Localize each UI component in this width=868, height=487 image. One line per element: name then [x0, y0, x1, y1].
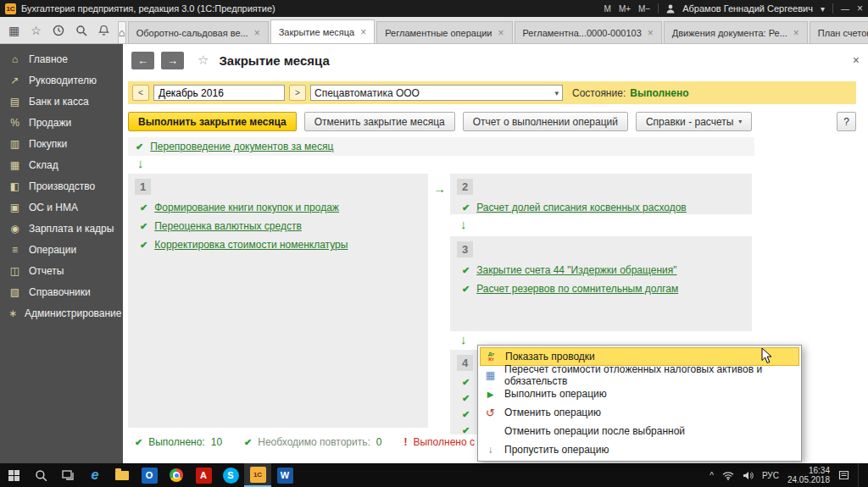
sales-icon: % [8, 117, 21, 129]
execute-operation-icon: ▶ [483, 390, 498, 399]
taskbar-app-outlook[interactable]: O [136, 463, 163, 487]
menu-item-cancel-following-operations[interactable]: Отменить операции после выбранной [480, 422, 799, 440]
organization-select[interactable]: Спецавтоматика ООО ▾ [310, 85, 563, 101]
taskbar-app-word[interactable]: W [271, 463, 298, 487]
network-icon[interactable] [722, 471, 734, 480]
tray-show-hidden-icons[interactable]: ^ [709, 471, 714, 480]
menu-item-cancel-operation[interactable]: ↺ Отменить операцию [480, 403, 799, 422]
tab-zakrytie-mesyaca[interactable]: Закрытие месяца × [270, 19, 376, 43]
tab-close-icon[interactable]: × [498, 27, 504, 39]
sidebar-item-operatsii[interactable]: ≡Операции [0, 239, 123, 260]
tab-reglamentnaya-operatsiya[interactable]: Регламентна...0000-000103 × [515, 21, 662, 43]
check-icon: ✔ [140, 202, 147, 213]
operation-row: ✔ Расчет долей списания косвенных расход… [462, 198, 742, 217]
close-form-icon[interactable]: × [853, 53, 860, 67]
cancel-operation-icon: ↺ [483, 407, 498, 419]
operations-report-button[interactable]: Отчет о выполнении операций [463, 112, 628, 131]
back-button[interactable]: ← [131, 52, 154, 69]
operation-link[interactable]: Формирование книги покупок и продаж [154, 202, 339, 213]
history-clock-icon[interactable] [53, 25, 64, 36]
tab-close-icon[interactable]: × [360, 26, 366, 38]
tab-close-icon[interactable]: × [648, 27, 654, 39]
chevron-down-icon: ▾ [738, 118, 742, 125]
volume-icon[interactable] [743, 471, 754, 480]
add-favorite-star-icon[interactable]: ☆ [198, 53, 209, 68]
calc-m-plus-button[interactable]: M+ [619, 4, 631, 14]
start-button[interactable] [0, 463, 27, 487]
sidebar-item-proizvodstvo[interactable]: ◧Производство [0, 175, 123, 196]
window-titlebar: 1С Бухгалтерия предприятия, редакция 3.0… [0, 0, 868, 17]
menu-item-execute-operation[interactable]: ▶ Выполнить операцию [480, 385, 799, 403]
language-indicator[interactable]: РУС [762, 471, 779, 480]
calc-references-button[interactable]: Справки - расчеты ▾ [636, 112, 752, 131]
taskbar-app-1c[interactable]: 1С [244, 463, 271, 487]
flow-arrow-down-icon: ↓ [460, 332, 467, 346]
operation-link[interactable]: Расчет резервов по сомнительным долгам [476, 283, 678, 295]
tab-oborotno-saldovaya[interactable]: Оборотно-сальдовая ве... × [128, 21, 269, 43]
repeat-label: Необходимо повторить: [258, 436, 370, 448]
home-tab[interactable]: ⌂ [118, 21, 126, 43]
sidebar-item-prodazhi[interactable]: %Продажи [0, 112, 123, 133]
reports-icon: ◫ [8, 265, 21, 277]
operation-link[interactable]: Корректировка стоимости номенклатуры [154, 239, 348, 251]
menu-item-skip-operation[interactable]: ↓ Пропустить операцию [480, 440, 799, 459]
group-number: 1 [135, 179, 151, 195]
tab-bar: ▦ ☆ ⌂ Оборотно-сальдовая ве... × Закрыти… [0, 17, 868, 44]
chart-up-icon: ↗ [8, 75, 21, 86]
current-user[interactable]: Абрамов Геннадий Сергеевич [682, 3, 813, 14]
sidebar-item-pokupki[interactable]: ▥Покупки [0, 133, 123, 154]
sidebar-item-sklad[interactable]: ▦Склад [0, 154, 123, 175]
task-view-button[interactable] [54, 463, 81, 487]
operation-link[interactable]: Переоценка валютных средств [154, 220, 302, 232]
reposting-link[interactable]: Перепроведение документов за месяц [150, 141, 333, 152]
notifications-bell-icon[interactable] [98, 25, 109, 36]
period-input[interactable] [153, 85, 285, 101]
taskbar-app-chrome[interactable] [163, 463, 190, 487]
close-window-button[interactable]: × [857, 3, 863, 14]
sidebar-item-administrirovanie[interactable]: ∗Администрирование [0, 302, 123, 324]
taskbar-app-acrobat[interactable]: A [190, 463, 217, 487]
next-month-button[interactable]: > [289, 85, 306, 101]
tab-close-icon[interactable]: × [254, 27, 260, 39]
calc-m-minus-button[interactable]: M− [638, 4, 650, 14]
tab-close-icon[interactable]: × [793, 27, 799, 39]
catalogs-icon: ▧ [8, 286, 21, 298]
recalc-icon: ▦ [483, 369, 498, 381]
sidebar-item-otchety[interactable]: ◫Отчеты [0, 260, 123, 281]
sidebar-item-rukovoditelyu[interactable]: ↗Руководителю [0, 69, 123, 91]
check-icon: ✔ [462, 284, 470, 295]
favorites-star-icon[interactable]: ☆ [31, 25, 42, 36]
forward-button[interactable]: → [161, 52, 184, 69]
operation-link[interactable]: Закрытие счета 44 "Издержки обращения" [476, 264, 676, 276]
tab-dvizheniya-dokumenta[interactable]: Движения документа: Ре... × [664, 21, 808, 43]
tab-reglamentnye-operatsii[interactable]: Регламентные операции × [376, 21, 512, 43]
sidebar-item-os-i-nma[interactable]: ▣ОС и НМА [0, 196, 123, 218]
sidebar-item-spravochniki[interactable]: ▧Справочники [0, 281, 123, 302]
menu-grid-icon[interactable]: ▦ [8, 25, 19, 36]
calc-m-button[interactable]: M [604, 4, 611, 14]
taskbar-time: 16:34 [787, 466, 830, 475]
operation-link[interactable]: Расчет долей списания косвенных расходов [476, 202, 687, 213]
taskbar-search-button[interactable] [27, 463, 54, 487]
notification-center-icon[interactable] [838, 470, 849, 480]
menu-item-recalc-deferred-tax[interactable]: ▦ Пересчет стоимости отложенных налоговы… [480, 366, 799, 385]
group-number: 3 [457, 241, 473, 257]
search-icon[interactable] [75, 25, 87, 36]
help-button[interactable]: ? [837, 112, 856, 131]
tab-plan-schetov[interactable]: План счетов бухгалтерс... × [810, 21, 868, 43]
taskbar-app-skype[interactable]: S [217, 463, 244, 487]
previous-month-button[interactable]: < [132, 85, 149, 101]
execute-closing-button[interactable]: Выполнить закрытие месяца [128, 112, 297, 131]
user-menu-chevron-icon[interactable]: ▾ [821, 4, 825, 14]
minimize-button[interactable]: — [841, 4, 849, 14]
taskbar-app-file-explorer[interactable] [108, 463, 136, 487]
app-logo-icon: 1С [5, 3, 16, 14]
flow-arrow-down-icon: ↓ [460, 217, 467, 231]
sidebar-item-zarplata-i-kadry[interactable]: ◉Зарплата и кадры [0, 218, 123, 239]
show-desktop-button[interactable] [858, 463, 861, 487]
taskbar-app-edge[interactable]: e [81, 463, 108, 487]
sidebar-item-bank-i-kassa[interactable]: ▤Банк и касса [0, 91, 123, 112]
sidebar-item-glavnoe[interactable]: ⌂Главное [0, 48, 123, 69]
taskbar-clock[interactable]: 16:34 24.05.2018 [787, 466, 830, 484]
cancel-closing-button[interactable]: Отменить закрытие месяца [304, 112, 455, 131]
